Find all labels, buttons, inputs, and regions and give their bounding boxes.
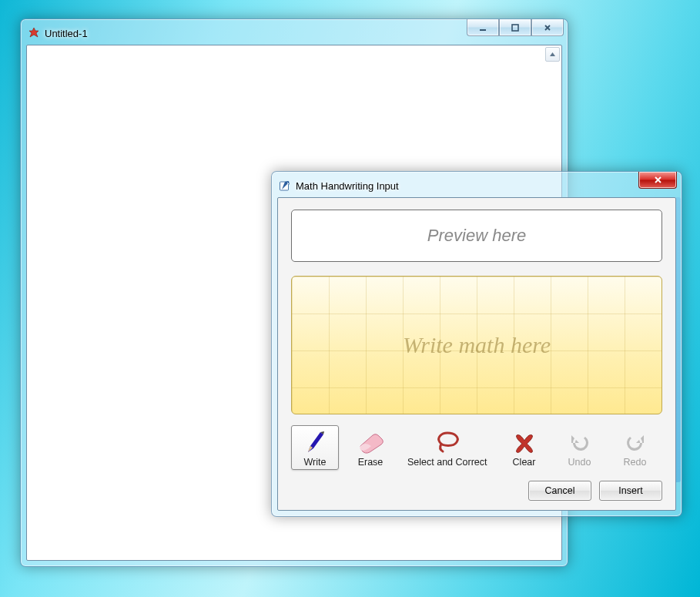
select-correct-tool[interactable]: Select and Correct bbox=[402, 425, 493, 470]
pencil-note-icon bbox=[279, 179, 291, 192]
editor-window-controls bbox=[467, 19, 564, 36]
redo-tool[interactable]: Redo bbox=[611, 425, 659, 470]
svg-rect-2 bbox=[512, 25, 518, 31]
tool-row: Write Erase Select and Correct bbox=[291, 425, 662, 470]
pen-icon bbox=[303, 429, 327, 455]
minimize-button[interactable] bbox=[467, 19, 499, 36]
cancel-button[interactable]: Cancel bbox=[528, 481, 591, 501]
clear-tool[interactable]: Clear bbox=[501, 425, 548, 470]
dialog-title: Math Handwriting Input bbox=[296, 180, 399, 192]
insert-button[interactable]: Insert bbox=[599, 481, 662, 501]
scroll-up-button[interactable] bbox=[545, 47, 560, 62]
svg-marker-0 bbox=[29, 28, 39, 37]
math-input-dialog: Math Handwriting Input Preview here Writ… bbox=[271, 171, 682, 517]
editor-title: Untitled-1 bbox=[45, 28, 88, 39]
handwriting-canvas[interactable]: Write math here bbox=[291, 276, 662, 414]
maximize-button[interactable] bbox=[499, 19, 531, 36]
preview-placeholder: Preview here bbox=[427, 226, 526, 246]
svg-rect-1 bbox=[480, 29, 486, 31]
erase-label: Erase bbox=[358, 457, 383, 468]
dialog-titlebar[interactable]: Math Handwriting Input bbox=[277, 177, 676, 197]
lasso-icon bbox=[432, 429, 463, 455]
eraser-icon bbox=[356, 429, 385, 455]
editor-titlebar[interactable]: Untitled-1 bbox=[26, 25, 562, 45]
redo-icon bbox=[624, 429, 647, 455]
write-label: Write bbox=[304, 457, 327, 468]
dialog-button-row: Cancel Insert bbox=[291, 481, 662, 501]
close-button[interactable] bbox=[531, 19, 564, 36]
dialog-body: Preview here Write math here Write bbox=[277, 197, 676, 511]
mathematica-icon bbox=[28, 27, 40, 39]
undo-label: Undo bbox=[568, 457, 591, 468]
clear-label: Clear bbox=[513, 457, 536, 468]
write-tool[interactable]: Write bbox=[291, 425, 339, 470]
select-correct-label: Select and Correct bbox=[407, 457, 487, 468]
undo-tool[interactable]: Undo bbox=[556, 425, 604, 470]
redo-label: Redo bbox=[624, 457, 647, 468]
canvas-placeholder: Write math here bbox=[403, 332, 551, 358]
clear-x-icon bbox=[513, 429, 536, 455]
dialog-close-button[interactable] bbox=[638, 172, 677, 189]
dialog-window-controls bbox=[638, 172, 677, 189]
undo-icon bbox=[568, 429, 591, 455]
preview-area: Preview here bbox=[291, 210, 662, 262]
erase-tool[interactable]: Erase bbox=[347, 425, 394, 470]
